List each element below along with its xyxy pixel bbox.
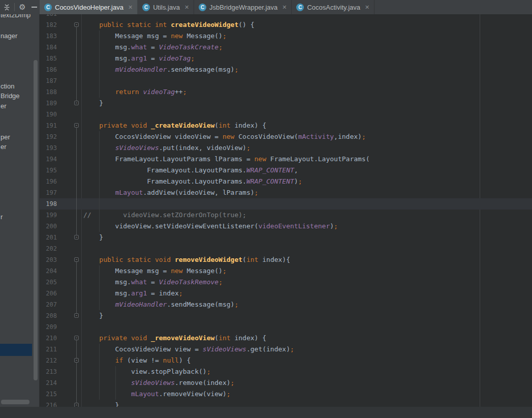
code-line: 197 mLayout.addView(videoView, lParams); — [40, 187, 532, 198]
code-line: 208- } — [40, 310, 532, 321]
code-text: public static void removeVideoWidget(int… — [83, 254, 290, 265]
line-number: 207 — [40, 299, 57, 310]
minus-icon[interactable] — [30, 3, 38, 11]
code-text: mLayout.removeView(view); — [83, 389, 231, 400]
code-line: 195 FrameLayout.LayoutParams.WRAP_CONTEN… — [40, 165, 532, 176]
sidebar-item[interactable]: er — [1, 102, 7, 110]
code-line: 198 — [40, 198, 532, 210]
code-editor[interactable]: 181182- public static int createVideoWid… — [40, 14, 532, 407]
line-number: 214 — [40, 377, 57, 389]
code-line: 187 — [40, 75, 532, 86]
close-icon[interactable]: ✕ — [184, 4, 189, 11]
java-class-icon: C — [44, 4, 52, 11]
code-line: 203- public static void removeVideoWidge… — [40, 254, 532, 265]
fold-start-icon[interactable]: - — [74, 358, 79, 363]
line-number: 216 — [40, 400, 57, 407]
sidebar-selected-row[interactable] — [0, 344, 32, 356]
code-text: public static int createVideoWidget() { — [83, 19, 255, 31]
code-line: 183 Message msg = new Message(); — [40, 31, 532, 42]
line-number: 188 — [40, 86, 57, 98]
line-number: 192 — [40, 131, 57, 142]
sidebar-item[interactable]: nager — [1, 32, 17, 40]
code-text: sVideoViews.remove(index); — [83, 377, 234, 389]
code-line: 184 msg.what = VideoTaskCreate; — [40, 42, 532, 53]
code-line: 190 — [40, 109, 532, 120]
gear-icon[interactable]: ⚙ — [18, 3, 26, 11]
line-number: 193 — [40, 142, 57, 154]
line-number: 210 — [40, 333, 57, 344]
tab-Utils.java[interactable]: CUtils.java✕ — [138, 0, 194, 14]
java-class-icon: C — [199, 4, 206, 11]
indent-guide — [115, 366, 116, 400]
fold-connector — [76, 262, 77, 314]
tab-CocosActivity.java[interactable]: CCocosActivity.java✕ — [292, 0, 374, 14]
line-number: 206 — [40, 288, 57, 299]
sidebar-vertical-scrollbar[interactable] — [34, 60, 38, 380]
collapse-icon[interactable] — [3, 3, 11, 11]
close-icon[interactable]: ✕ — [365, 4, 369, 11]
close-icon[interactable]: ✕ — [282, 4, 287, 11]
close-icon[interactable]: ✕ — [128, 4, 133, 11]
sidebar-item[interactable]: text2DImp — [1, 14, 30, 19]
sidebar-item[interactable]: er — [1, 143, 7, 151]
code-text: mVideoHandler.sendMessage(msg); — [83, 299, 238, 310]
fold-end-icon[interactable]: - — [74, 313, 79, 318]
code-line: 210- private void _removeVideoView(int i… — [40, 333, 532, 344]
sidebar-item[interactable]: per — [1, 133, 10, 141]
tab-CocosVideoHelper.java[interactable]: CCocosVideoHelper.java✕ — [40, 0, 138, 14]
sidebar-horizontal-scrollbar[interactable] — [1, 400, 29, 404]
line-number: 200 — [40, 221, 57, 232]
line-number: 201 — [40, 232, 57, 243]
code-text: CocosVideoView videoView = new CocosVide… — [83, 131, 366, 142]
java-class-icon: C — [296, 4, 304, 11]
code-text: mLayout.addView(videoView, lParams); — [83, 187, 258, 198]
project-sidebar[interactable]: text2DImpnagerctionBridgeerpererr — [0, 14, 40, 407]
top-bar: ⚙ CCocosVideoHelper.java✕CUtils.java✕CJs… — [0, 0, 532, 14]
fold-end-icon[interactable]: - — [74, 235, 79, 240]
code-text: videoView.setVideoViewEventListener(vide… — [83, 221, 338, 232]
code-text: mVideoHandler.sendMessage(msg); — [83, 64, 238, 75]
code-text: FrameLayout.LayoutParams.WRAP_CONTENT, — [83, 165, 298, 176]
code-line: 206 msg.arg1 = index; — [40, 288, 532, 299]
fold-end-icon[interactable]: - — [74, 101, 79, 105]
code-line: 191- private void _createVideoView(int i… — [40, 120, 532, 131]
sidebar-item[interactable]: r — [1, 213, 3, 221]
tab-label: JsbBridgeWrapper.java — [209, 4, 277, 11]
line-number: 196 — [40, 176, 57, 187]
tab-JsbBridgeWrapper.java[interactable]: CJsbBridgeWrapper.java✕ — [194, 0, 292, 14]
tab-bar: CCocosVideoHelper.java✕CUtils.java✕CJsbB… — [40, 0, 532, 14]
code-line: 185 msg.arg1 = videoTag; — [40, 53, 532, 64]
sidebar-item[interactable]: Bridge — [1, 92, 20, 100]
line-number: 189 — [40, 98, 57, 109]
tab-label: CocosActivity.java — [307, 4, 360, 11]
code-text: // videoView.setZOrderOnTop(true); — [83, 210, 246, 221]
line-number: 194 — [40, 154, 57, 165]
fold-start-icon[interactable]: - — [74, 22, 79, 27]
line-number: 184 — [40, 42, 57, 53]
code-line: 205 msg.what = VideoTaskRemove; — [40, 277, 532, 288]
line-number: 183 — [40, 31, 57, 42]
fold-connector — [76, 340, 77, 403]
code-text: } — [83, 232, 103, 243]
fold-start-icon[interactable]: - — [74, 257, 79, 262]
code-line: 216- } — [40, 400, 532, 407]
line-number: 191 — [40, 120, 57, 131]
code-text: private void _createVideoView(int index)… — [83, 120, 266, 131]
code-line: 213 view.stopPlayback(); — [40, 366, 532, 377]
fold-end-icon[interactable]: - — [74, 403, 79, 407]
fold-start-icon[interactable]: - — [74, 123, 79, 128]
sidebar-item[interactable]: ction — [1, 82, 14, 90]
code-text: } — [83, 310, 103, 321]
code-line: 186 mVideoHandler.sendMessage(msg); — [40, 64, 532, 75]
line-number: 202 — [40, 243, 57, 254]
code-text: view.stopPlayback(); — [83, 366, 210, 377]
line-number: 205 — [40, 277, 57, 288]
code-text: msg.arg1 = videoTag; — [83, 53, 195, 64]
code-line: 201- } — [40, 232, 532, 243]
line-number: 211 — [40, 344, 57, 355]
ide-window: ⚙ CCocosVideoHelper.java✕CUtils.java✕CJs… — [0, 0, 532, 418]
indent-guide — [99, 31, 100, 98]
indent-guide — [99, 265, 100, 310]
fold-start-icon[interactable]: - — [74, 336, 79, 340]
line-number: 195 — [40, 165, 57, 176]
